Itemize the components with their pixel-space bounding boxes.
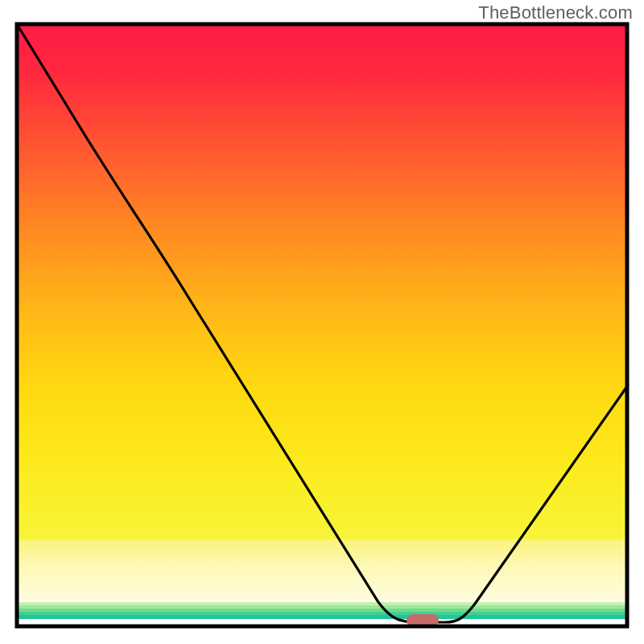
svg-rect-1 bbox=[17, 605, 627, 609]
svg-rect-0 bbox=[17, 602, 627, 605]
plot-area bbox=[17, 24, 627, 627]
svg-rect-4 bbox=[17, 615, 627, 619]
bottleneck-curve-chart bbox=[0, 0, 644, 644]
green-band bbox=[17, 602, 627, 619]
chart-container: TheBottleneck.com bbox=[0, 0, 644, 644]
heat-gradient-background bbox=[17, 24, 627, 539]
svg-rect-3 bbox=[17, 612, 627, 615]
svg-rect-2 bbox=[17, 609, 627, 612]
pale-band bbox=[17, 539, 627, 602]
